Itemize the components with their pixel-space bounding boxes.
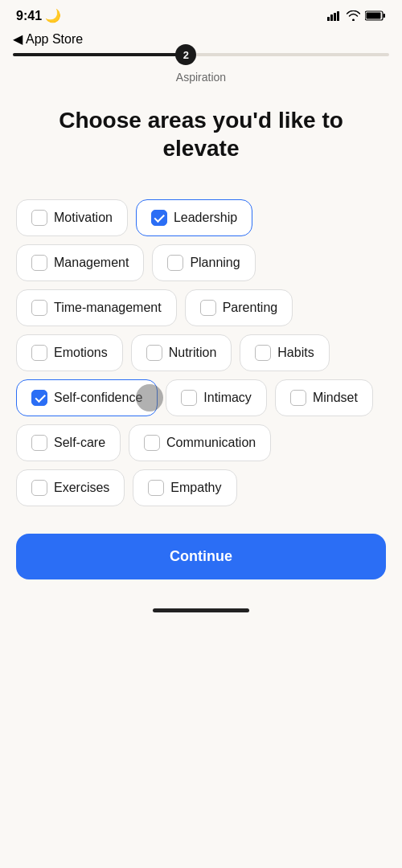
home-bar	[153, 608, 249, 612]
continue-button[interactable]: Continue	[16, 534, 386, 579]
option-chip-intimacy[interactable]: Intimacy	[166, 379, 267, 416]
option-label-self-confidence: Self-confidence	[54, 391, 142, 405]
checkbox-nutrition	[146, 345, 162, 361]
option-chip-habits[interactable]: Habits	[240, 334, 329, 371]
checkbox-leadership	[151, 210, 167, 226]
back-label: App Store	[26, 32, 83, 47]
option-chip-empathy[interactable]: Empathy	[133, 469, 236, 506]
finger-overlay	[136, 384, 163, 411]
options-grid: MotivationLeadershipManagementPlanningTi…	[16, 199, 386, 506]
checkbox-time-management	[31, 300, 47, 316]
progress-fill	[13, 53, 186, 56]
checkbox-empathy	[148, 480, 164, 496]
option-label-intimacy: Intimacy	[203, 391, 252, 405]
option-chip-emotions[interactable]: Emotions	[16, 334, 123, 371]
option-label-nutrition: Nutrition	[169, 346, 217, 360]
svg-rect-2	[334, 13, 336, 21]
battery-icon	[365, 10, 386, 21]
checkbox-communication	[144, 435, 160, 451]
checkbox-self-care	[31, 435, 47, 451]
home-indicator	[0, 599, 402, 628]
option-label-communication: Communication	[166, 436, 256, 450]
option-label-motivation: Motivation	[54, 211, 113, 225]
checkbox-self-confidence	[31, 390, 47, 406]
option-label-habits: Habits	[277, 346, 314, 360]
continue-btn-wrap: Continue	[0, 526, 402, 599]
progress-container: 2 Aspiration	[0, 53, 402, 87]
checkbox-motivation	[31, 210, 47, 226]
back-chevron-icon: ◀	[13, 31, 23, 47]
signal-icon	[327, 10, 342, 21]
option-label-parenting: Parenting	[223, 301, 278, 315]
option-chip-exercises[interactable]: Exercises	[16, 469, 125, 506]
option-chip-parenting[interactable]: Parenting	[185, 289, 293, 326]
option-chip-self-care[interactable]: Self-care	[16, 424, 121, 461]
checkbox-emotions	[31, 345, 47, 361]
option-chip-planning[interactable]: Planning	[152, 244, 255, 281]
option-label-empathy: Empathy	[170, 481, 221, 495]
option-label-mindset: Mindset	[313, 391, 358, 405]
option-label-planning: Planning	[190, 256, 240, 270]
checkbox-parenting	[200, 300, 216, 316]
svg-rect-6	[384, 14, 386, 18]
back-button[interactable]: ◀ App Store	[13, 31, 83, 47]
option-chip-management[interactable]: Management	[16, 244, 144, 281]
checkbox-habits	[255, 345, 271, 361]
svg-rect-5	[367, 13, 381, 19]
nav-bar: ◀ App Store	[0, 28, 402, 53]
checkbox-intimacy	[181, 390, 197, 406]
wifi-icon	[347, 10, 360, 21]
checkbox-mindset	[290, 390, 306, 406]
checkbox-planning	[167, 255, 183, 271]
option-chip-nutrition[interactable]: Nutrition	[131, 334, 232, 371]
option-chip-leadership[interactable]: Leadership	[136, 199, 252, 236]
checkbox-management	[31, 255, 47, 271]
svg-rect-0	[327, 17, 330, 21]
checkbox-exercises	[31, 480, 47, 496]
option-label-emotions: Emotions	[54, 346, 108, 360]
option-chip-time-management[interactable]: Time-management	[16, 289, 177, 326]
option-chip-motivation[interactable]: Motivation	[16, 199, 128, 236]
option-label-self-care: Self-care	[54, 436, 105, 450]
option-label-management: Management	[54, 256, 129, 270]
option-label-exercises: Exercises	[54, 481, 109, 495]
option-label-leadership: Leadership	[174, 211, 237, 225]
progress-label: Aspiration	[176, 71, 226, 84]
svg-rect-3	[337, 11, 339, 21]
svg-rect-1	[330, 14, 333, 21]
title-section: Choose areas you'd like to elevate	[0, 87, 402, 175]
progress-track: 2	[13, 53, 389, 56]
option-label-time-management: Time-management	[54, 301, 162, 315]
page-title: Choose areas you'd like to elevate	[24, 106, 378, 162]
option-chip-self-confidence[interactable]: Self-confidence	[16, 379, 158, 416]
option-chip-communication[interactable]: Communication	[129, 424, 271, 461]
progress-step: 2	[175, 44, 196, 65]
options-area: MotivationLeadershipManagementPlanningTi…	[0, 191, 402, 526]
status-time: 9:41 🌙	[16, 8, 61, 23]
status-icons	[327, 10, 386, 21]
status-bar: 9:41 🌙	[0, 0, 402, 28]
option-chip-mindset[interactable]: Mindset	[275, 379, 373, 416]
